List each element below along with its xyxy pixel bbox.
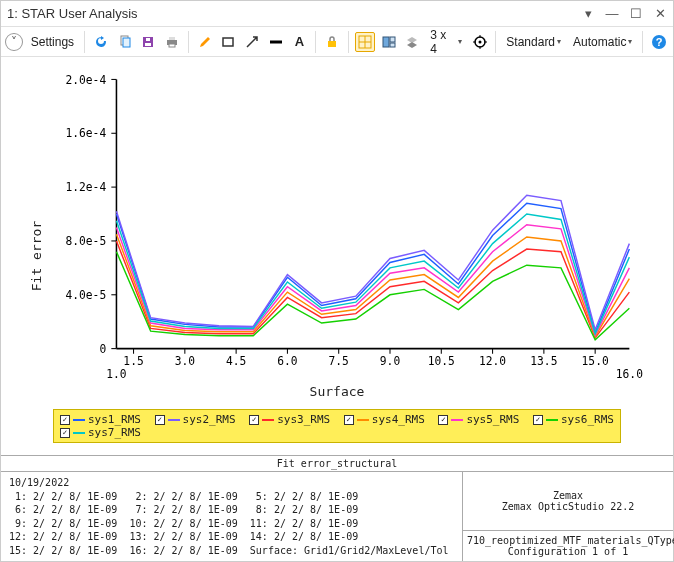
legend-item[interactable]: ✓sys4_RMS <box>344 413 425 426</box>
info-title: Fit error_structural <box>1 456 673 472</box>
separator <box>315 31 316 53</box>
maximize-icon[interactable]: ☐ <box>629 7 643 21</box>
filename-label: 710_reoptimized_MTF_materials_QType.zmx <box>467 535 669 546</box>
svg-rect-7 <box>169 44 175 47</box>
chart-svg: 04.0e-58.0e-51.2e-41.6e-42.0e-41.53.04.5… <box>19 69 655 382</box>
legend-color-swatch <box>546 419 558 421</box>
chart-area: Fit error 04.0e-58.0e-51.2e-41.6e-42.0e-… <box>1 57 673 455</box>
text-icon[interactable]: A <box>290 32 310 52</box>
layers-icon[interactable] <box>402 32 422 52</box>
x-axis-label: Surface <box>19 384 655 399</box>
config-label: Configuration 1 of 1 <box>467 546 669 557</box>
lock-icon[interactable] <box>322 32 342 52</box>
legend-label: sys2_RMS <box>183 413 236 426</box>
legend-label: sys5_RMS <box>466 413 519 426</box>
grid-size-dropdown[interactable]: 3 x 4▾ <box>426 28 465 56</box>
svg-text:16.0: 16.0 <box>616 367 643 381</box>
company-label: Zemax <box>553 490 583 501</box>
svg-rect-10 <box>328 41 336 47</box>
analysis-window: 1: STAR User Analysis ▾ — ☐ ✕ ˅ Settings… <box>0 0 674 562</box>
svg-text:2.0e-4: 2.0e-4 <box>65 73 106 87</box>
legend-label: sys6_RMS <box>561 413 614 426</box>
separator <box>495 31 496 53</box>
svg-text:1.2e-4: 1.2e-4 <box>65 180 106 194</box>
legend-item[interactable]: ✓sys6_RMS <box>533 413 614 426</box>
help-icon[interactable]: ? <box>649 32 669 52</box>
legend-checkbox-icon[interactable]: ✓ <box>60 415 70 425</box>
legend-item[interactable]: ✓sys3_RMS <box>249 413 330 426</box>
rectangle-icon[interactable] <box>219 32 239 52</box>
legend-label: sys4_RMS <box>372 413 425 426</box>
print-icon[interactable] <box>162 32 182 52</box>
svg-text:4.5: 4.5 <box>226 354 246 368</box>
separator <box>348 31 349 53</box>
chart-legend: ✓sys1_RMS✓sys2_RMS✓sys3_RMS✓sys4_RMS✓sys… <box>53 409 621 443</box>
svg-rect-14 <box>383 37 389 47</box>
window-layout-icon[interactable] <box>379 32 399 52</box>
svg-rect-15 <box>390 37 395 42</box>
legend-checkbox-icon[interactable]: ✓ <box>438 415 448 425</box>
legend-item[interactable]: ✓sys5_RMS <box>438 413 519 426</box>
legend-color-swatch <box>168 419 180 421</box>
line-weight-icon[interactable] <box>266 32 286 52</box>
svg-rect-3 <box>145 43 151 46</box>
legend-checkbox-icon[interactable]: ✓ <box>60 428 70 438</box>
separator <box>188 31 189 53</box>
legend-color-swatch <box>73 419 85 421</box>
legend-checkbox-icon[interactable]: ✓ <box>344 415 354 425</box>
svg-text:9.0: 9.0 <box>380 354 401 368</box>
legend-item[interactable]: ✓sys2_RMS <box>155 413 236 426</box>
product-label: Zemax OpticStudio 22.2 <box>502 501 634 512</box>
legend-label: sys1_RMS <box>88 413 141 426</box>
legend-color-swatch <box>451 419 463 421</box>
svg-text:6.0: 6.0 <box>277 354 298 368</box>
svg-text:1.6e-4: 1.6e-4 <box>65 126 106 140</box>
titlebar: 1: STAR User Analysis ▾ — ☐ ✕ <box>1 1 673 27</box>
pin-icon[interactable]: ▾ <box>581 7 595 21</box>
pencil-icon[interactable] <box>195 32 215 52</box>
chart-box[interactable]: 04.0e-58.0e-51.2e-41.6e-42.0e-41.53.04.5… <box>19 69 655 382</box>
minimize-icon[interactable]: — <box>605 7 619 21</box>
arrow-icon[interactable] <box>242 32 262 52</box>
svg-rect-4 <box>146 38 150 41</box>
settings-button[interactable]: Settings <box>27 35 78 49</box>
legend-checkbox-icon[interactable]: ✓ <box>533 415 543 425</box>
svg-text:12.0: 12.0 <box>479 354 506 368</box>
svg-text:15.0: 15.0 <box>582 354 609 368</box>
svg-rect-6 <box>169 37 175 40</box>
svg-text:?: ? <box>656 36 663 48</box>
info-body: 10/19/2022 1: 2/ 2/ 8/ 1E-09 2: 2/ 2/ 8/… <box>1 472 673 561</box>
toolbar: ˅ Settings A 3 x 4▾ Standard▾ Automatic▾… <box>1 27 673 57</box>
standard-label: Standard <box>506 35 555 49</box>
svg-rect-8 <box>223 38 233 46</box>
svg-text:0: 0 <box>99 342 106 356</box>
info-product: Zemax Zemax OpticStudio 22.2 <box>463 472 673 531</box>
save-icon[interactable] <box>138 32 158 52</box>
legend-checkbox-icon[interactable]: ✓ <box>249 415 259 425</box>
close-icon[interactable]: ✕ <box>653 7 667 21</box>
standard-dropdown[interactable]: Standard▾ <box>502 35 565 49</box>
automatic-label: Automatic <box>573 35 626 49</box>
svg-text:10.5: 10.5 <box>428 354 455 368</box>
legend-label: sys7_RMS <box>88 426 141 439</box>
svg-text:3.0: 3.0 <box>175 354 196 368</box>
svg-text:4.0e-5: 4.0e-5 <box>65 288 106 302</box>
info-file: 710_reoptimized_MTF_materials_QType.zmx … <box>463 531 673 561</box>
svg-rect-1 <box>123 38 130 47</box>
grid-view-icon[interactable] <box>355 32 375 52</box>
legend-color-swatch <box>73 432 85 434</box>
window-controls: ▾ — ☐ ✕ <box>581 7 667 21</box>
legend-checkbox-icon[interactable]: ✓ <box>155 415 165 425</box>
target-icon[interactable] <box>470 32 490 52</box>
window-title: 1: STAR User Analysis <box>7 6 581 21</box>
legend-label: sys3_RMS <box>277 413 330 426</box>
automatic-dropdown[interactable]: Automatic▾ <box>569 35 636 49</box>
refresh-icon[interactable] <box>91 32 111 52</box>
legend-item[interactable]: ✓sys1_RMS <box>60 413 141 426</box>
expand-toggle-icon[interactable]: ˅ <box>5 33 23 51</box>
svg-rect-16 <box>390 43 395 47</box>
legend-item[interactable]: ✓sys7_RMS <box>60 426 141 439</box>
info-right: Zemax Zemax OpticStudio 22.2 710_reoptim… <box>463 472 673 561</box>
legend-color-swatch <box>357 419 369 421</box>
copy-icon[interactable] <box>115 32 135 52</box>
